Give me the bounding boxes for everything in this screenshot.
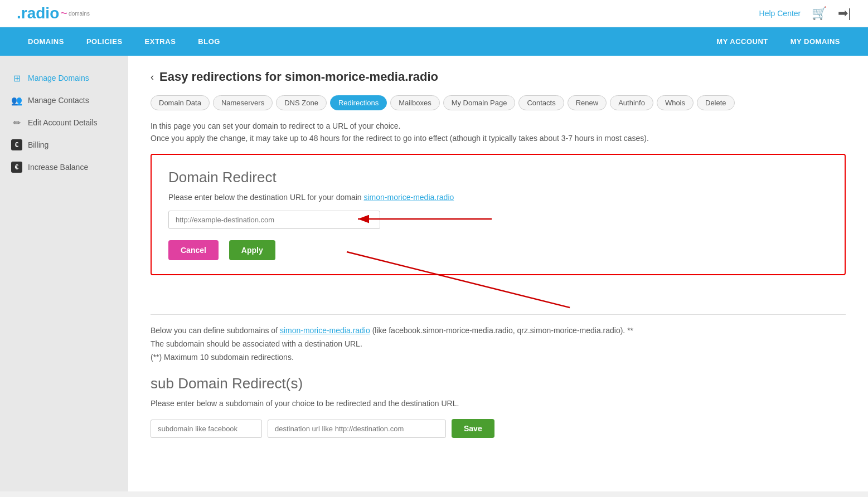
back-button[interactable]: ‹ [151,71,154,83]
subdomain-info-2: The subdomain should be associated with … [151,339,846,348]
nav-my-domains[interactable]: MY DOMAINS [779,27,851,56]
nav-blog[interactable]: BLOG [187,27,231,56]
top-right: Help Center 🛒 ➡| [759,6,851,21]
people-icon: 👥 [11,95,22,106]
tab-domain-data[interactable]: Domain Data [151,95,210,110]
tab-renew[interactable]: Renew [568,95,607,110]
tab-delete[interactable]: Delete [697,95,735,110]
redirect-url-input[interactable] [168,211,380,229]
subdomain-domain-link[interactable]: simon-morice-media.radio [280,326,370,335]
redirect-input-row [168,211,828,229]
sidebar-item-manage-contacts[interactable]: 👥 Manage Contacts [0,89,128,111]
main-layout: ⊞ Manage Domains 👥 Manage Contacts ✏ Edi… [0,56,868,491]
redirect-desc: Please enter below the destination URL f… [168,193,828,202]
billing-euro-icon: € [11,139,22,150]
sidebar-label-edit-account: Edit Account Details [28,118,98,127]
info-text-2: Once you apply the change, it may take u… [151,134,846,143]
nav-my-account[interactable]: MY ACCOUNT [705,27,779,56]
tab-redirections[interactable]: Redirections [330,95,387,110]
logo-wave: ~ [60,6,67,21]
nav-bar: DOMAINS POLICIES EXTRAS BLOG MY ACCOUNT … [0,27,868,56]
tab-authinfo[interactable]: Authinfo [610,95,653,110]
nav-left: DOMAINS POLICIES EXTRAS BLOG [17,27,231,56]
sidebar-label-increase-balance: Increase Balance [28,163,88,172]
content-area: ‹ Easy redirections for simon-morice-med… [128,56,868,491]
sidebar-item-billing[interactable]: € Billing [0,134,128,156]
section-divider [151,314,846,315]
sidebar-label-billing: Billing [28,140,49,149]
sidebar-item-manage-domains[interactable]: ⊞ Manage Domains [0,67,128,89]
tab-mailboxes[interactable]: Mailboxes [390,95,440,110]
page-title-domain: simon-morice-media.radio [285,70,438,84]
sidebar-label-manage-contacts: Manage Contacts [28,96,89,105]
tab-contacts[interactable]: Contacts [518,95,564,110]
destination-input[interactable] [268,420,446,438]
redirect-box: Domain Redirect Please enter below the d… [151,154,846,275]
tab-whois[interactable]: Whois [657,95,694,110]
redirect-desc-prefix: Please enter below the destination URL f… [168,193,363,202]
sidebar-item-edit-account[interactable]: ✏ Edit Account Details [0,111,128,134]
page-header: ‹ Easy redirections for simon-morice-med… [151,70,846,84]
redirect-domain-link[interactable]: simon-morice-media.radio [363,193,454,202]
logo-domains: domains [69,11,90,17]
logo: .radio ~ domains [17,4,90,22]
info-text-1: In this page you can set your domain to … [151,121,846,130]
page-title: Easy redirections for simon-morice-media… [159,70,438,84]
tab-nameservers[interactable]: Nameservers [213,95,273,110]
subdomain-input[interactable] [151,420,262,438]
increase-balance-icon: € [11,162,22,173]
subdomain-input-row: Save [151,419,846,438]
apply-button[interactable]: Apply [229,240,275,260]
save-button[interactable]: Save [452,419,494,438]
nav-extras[interactable]: EXTRAS [134,27,187,56]
subdomain-info-suffix: (like facebook.simon-morice-media.radio,… [370,326,633,335]
annotation-arrow-tail [347,252,625,319]
top-bar: .radio ~ domains Help Center 🛒 ➡| [0,0,868,27]
login-icon[interactable]: ➡| [838,6,851,21]
nav-domains[interactable]: DOMAINS [17,27,75,56]
cancel-button[interactable]: Cancel [168,240,219,260]
subdomain-desc: Please enter below a subdomain of your c… [151,399,846,408]
sidebar-label-manage-domains: Manage Domains [28,74,89,82]
redirect-box-title: Domain Redirect [168,169,828,186]
subdomain-title: sub Domain Redirect(s) [151,375,846,392]
tab-my-domain-page[interactable]: My Domain Page [443,95,516,110]
subdomain-info-prefix: Below you can define subdomains of [151,326,280,335]
sidebar: ⊞ Manage Domains 👥 Manage Contacts ✏ Edi… [0,56,128,491]
page-title-prefix: Easy redirections for [159,70,285,84]
tabs-row: Domain Data Nameservers DNS Zone Redirec… [151,95,846,110]
sidebar-item-increase-balance[interactable]: € Increase Balance [0,156,128,178]
help-center-link[interactable]: Help Center [759,9,801,18]
subdomain-info-1: Below you can define subdomains of simon… [151,326,846,335]
grid-icon: ⊞ [11,72,22,84]
tab-dns-zone[interactable]: DNS Zone [276,95,327,110]
redirect-buttons: Cancel Apply [168,240,828,260]
nav-right: MY ACCOUNT MY DOMAINS [705,27,851,56]
nav-policies[interactable]: POLICIES [75,27,134,56]
cart-icon[interactable]: 🛒 [812,6,827,21]
pencil-icon: ✏ [11,117,22,128]
subdomain-info-3: (**) Maximum 10 subdomain redirections. [151,353,846,362]
logo-text: .radio [17,4,59,22]
